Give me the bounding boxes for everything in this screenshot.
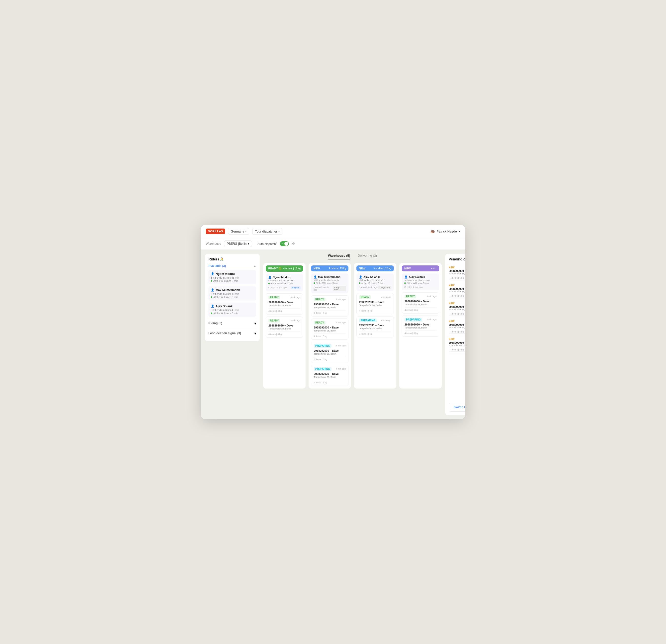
- warehouse-select[interactable]: PBERG |Berlin ▾: [224, 241, 252, 247]
- auto-dispatch-toggle[interactable]: [280, 241, 289, 246]
- country-select[interactable]: Germany ▾: [228, 228, 249, 235]
- rider-card[interactable]: 👤 Max Mustermann Shift ends in 3 hrs 45 …: [208, 286, 256, 300]
- assignment-rider-name: 👤 Max Mustermann: [314, 275, 346, 279]
- order-card[interactable]: READY 4 min ago 2938292030 – Dave Tempel…: [356, 293, 394, 314]
- pending-order-card[interactable]: NEW 4 min ago 2938292030 – Chris Tempelh…: [449, 300, 465, 318]
- rider-shift: Shift ends in 3 hrs 45 min: [211, 293, 254, 295]
- order-status-badge: READY: [314, 321, 326, 325]
- order-status-bar: READY 4 min ago: [314, 321, 346, 325]
- pending-order-card[interactable]: NEW 4 min ago 2938292030 – Jacob Tempelh…: [449, 318, 465, 336]
- rider-assignment-card[interactable]: 👤 Ajay Solanki Shift ends in 3 hrs 45 mi…: [402, 273, 439, 290]
- user-name: Patrick Haede: [436, 229, 457, 233]
- order-meta: 4 items | 6 kg: [268, 308, 300, 312]
- pending-order-header: NEW 4 min ago: [449, 320, 465, 323]
- order-card[interactable]: READY 4 min ago 2938292030 – Dave Tempel…: [266, 293, 303, 314]
- order-card[interactable]: READY 4 min ago 2938292030 – Dave Tempel…: [266, 316, 303, 338]
- switch-map-label: Switch to Map View: [454, 405, 465, 409]
- pending-orders-panel: Pending orders 🧡 NEW 4 min ago 293829203…: [445, 254, 465, 415]
- logo: GORILLAS: [206, 228, 225, 234]
- order-address: Tempelhofer 28, Berlin: [359, 327, 391, 330]
- order-meta: 4 items | 6 kg: [314, 333, 346, 337]
- order-status-badge: PREPARING: [314, 344, 332, 348]
- order-status-bar: READY 4 min ago: [268, 319, 300, 323]
- order-address: Tempelhofer 28, Berlin: [405, 303, 436, 306]
- order-status-bar: PREPARING 4 min ago: [359, 318, 391, 322]
- order-card[interactable]: PREPARING 4 min ago 2938292030 – Dave Te…: [311, 342, 348, 363]
- order-time: 4 min ago: [426, 318, 436, 321]
- order-status-badge: READY: [268, 296, 280, 299]
- available-collapse-icon[interactable]: ▲: [253, 264, 256, 267]
- pending-order-card[interactable]: NEW 4 min ago 2938292030 – Donal Tempelh…: [449, 282, 465, 300]
- created-time: Created 5 min ago: [359, 286, 378, 289]
- order-status-badge: PREPARING: [314, 367, 332, 371]
- created-row: Created 10 min ago Cargo bike: [314, 286, 346, 291]
- location-dot-icon: [211, 313, 212, 314]
- kanban-column: NEW 4 orders | 13 kg 👤 Max Mustermann Sh…: [309, 263, 351, 388]
- pending-order-address: Tempelhofer 28, Berlin: [449, 290, 465, 293]
- order-card[interactable]: PREPARING 4 min ago 2938292030 – Dave Te…: [356, 316, 394, 337]
- order-status-bar: READY 4 min ago: [314, 298, 346, 301]
- lost-signal-section[interactable]: Lost location signal (3) ▾: [208, 329, 256, 338]
- kanban-board: READY 🟢 4 orders | 13 kg 👤 Ngom Modou Sh…: [263, 263, 442, 388]
- available-section-header: Available (3) ▲: [208, 264, 256, 268]
- gear-icon[interactable]: ⚙: [292, 242, 295, 246]
- order-status-badge: READY: [268, 319, 280, 323]
- riding-section[interactable]: Riding (5) ▾: [208, 319, 256, 328]
- order-status-bar: READY 4 min ago: [359, 295, 391, 299]
- order-card[interactable]: PREPARING 4 min ago 2938292030 – Dave Te…: [402, 315, 439, 337]
- order-id: 2938292030 – Dave: [314, 349, 346, 352]
- role-select[interactable]: Tour dispatcher ▾: [252, 228, 282, 235]
- rider-assignment-card[interactable]: 👤 Ajay Solanki Shift ends in 3 hrs 45 mi…: [356, 273, 394, 291]
- order-card[interactable]: READY 4 min ago 2938292030 – Dave Tempel…: [311, 318, 348, 340]
- pending-order-header: NEW 13 min ago: [449, 338, 465, 341]
- rider-name: 👤 Ngom Modou: [211, 272, 254, 276]
- order-status-bar: PREPARING 4 min ago: [314, 344, 346, 348]
- order-id: 2938292030 – Dave: [314, 303, 346, 306]
- pending-order-meta: 4 items | 6 kg: [449, 276, 465, 280]
- order-card[interactable]: PREPARING 4 min ago 2938292030 – Dave Te…: [311, 365, 348, 386]
- order-id: 2938292030 – Dave: [314, 326, 346, 329]
- riding-label: Riding (5): [208, 321, 222, 325]
- order-id: 2938292030 – Dave: [405, 323, 436, 326]
- order-address: Tempelhofer 28, Berlin: [314, 353, 346, 355]
- rider-card[interactable]: 👤 Ajay Solanki Shift ends in 3 hrs 45 mi…: [208, 302, 256, 317]
- rider-assignment-card[interactable]: 👤 Max Mustermann Shift ends in 3 hrs 45 …: [311, 273, 348, 293]
- switch-map-button[interactable]: Switch to Map View 📍: [449, 403, 465, 412]
- pending-order-id: 2938292030 – Dave: [449, 341, 465, 344]
- rider-shift: Shift ends in 3 hrs 45 min: [211, 309, 254, 312]
- order-status-bar: READY 4 min ago: [405, 295, 436, 298]
- rider-icon: 👤: [211, 304, 214, 308]
- order-card[interactable]: READY 4 min ago 2938292030 – Dave Tempel…: [402, 292, 439, 314]
- order-card[interactable]: READY 4 min ago 2938292030 – Dave Tempel…: [311, 295, 348, 316]
- rider-assignment-card[interactable]: 👤 Ngom Modou Shift ends in 3 hrs 45 min …: [266, 274, 303, 291]
- order-meta: 4 items | 6 kg: [314, 310, 346, 314]
- kanban-column: NEW 4 o... 👤 Ajay Solanki Shift ends in …: [399, 263, 442, 388]
- pending-order-address: Tempelhofer 28, Berlin: [449, 326, 465, 329]
- pending-order-card[interactable]: NEW 13 min ago 2938292030 – Dave Torstra…: [449, 336, 465, 354]
- pending-order-meta: 4 items | 6 kg: [449, 312, 465, 316]
- order-time: 4 min ago: [336, 368, 346, 370]
- created-row: Created 4 min ago: [404, 286, 437, 288]
- column-count: 4 orders | 12 kg: [374, 267, 391, 269]
- rider-card[interactable]: 👤 Ngom Modou Shift ends in 3 hrs 45 min …: [208, 270, 256, 284]
- assignment-shift: Shift ends in 3 hrs 45 min: [314, 279, 346, 282]
- created-row: Created 5 min ago Cargo bike: [359, 286, 391, 289]
- column-status-label: NEW: [404, 267, 411, 270]
- sub-header: Warehouse PBERG |Berlin ▾ Auto-dispatch?…: [201, 238, 465, 250]
- order-address: Tempelhofer 28, Berlin: [359, 304, 391, 307]
- assignment-rider-name: 👤 Ajay Solanki: [359, 275, 391, 279]
- pending-order-card[interactable]: NEW 4 min ago 2938292030 – Dave Tempelho…: [449, 264, 465, 282]
- order-meta: 4 items | 6 kg: [405, 330, 436, 334]
- order-id: 2938292030 – Dave: [359, 300, 391, 303]
- rider-name: 👤 Max Mustermann: [211, 288, 254, 292]
- order-meta: 4 items | 6 kg: [268, 331, 300, 335]
- user-menu[interactable]: 🦔 Patrick Haede ▾: [430, 229, 460, 234]
- main-content: Riders 🚴 Available (3) ▲ 👤 Ngom Modou Sh…: [201, 250, 465, 419]
- tab-warehouse[interactable]: Warehouse (5): [328, 254, 350, 259]
- order-status-badge: READY: [359, 295, 371, 299]
- order-address: Tempelhofer 28, Berlin: [314, 376, 346, 378]
- order-time: 4 min ago: [291, 296, 300, 299]
- tab-delivering[interactable]: Delivering (3): [358, 254, 377, 259]
- pending-order-status: NEW: [449, 302, 454, 305]
- column-header: NEW 4 o...: [402, 265, 439, 272]
